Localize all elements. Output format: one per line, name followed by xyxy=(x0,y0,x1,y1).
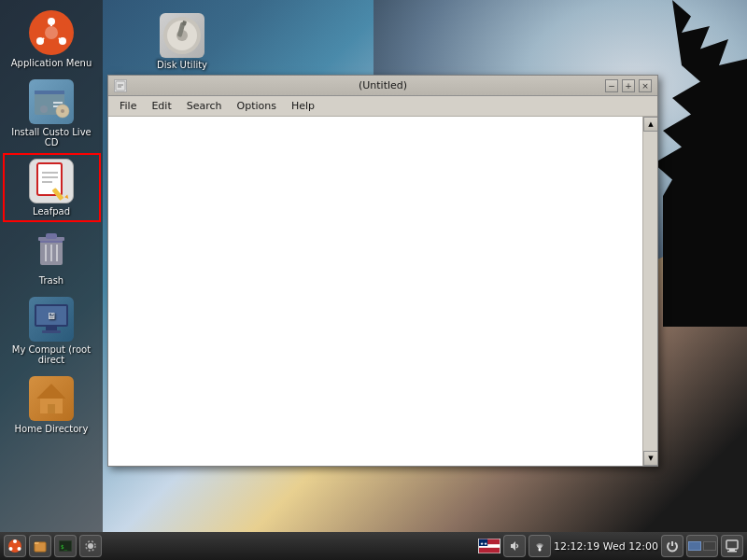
menu-file[interactable]: File xyxy=(112,96,144,116)
scroll-up-button[interactable]: ▲ xyxy=(643,117,657,132)
leafpad-img xyxy=(29,159,74,203)
taskbar-settings-button[interactable] xyxy=(79,535,102,557)
home-img xyxy=(29,376,74,421)
svg-line-7 xyxy=(59,38,60,39)
leafpad-icon[interactable]: Leafpad xyxy=(3,153,101,222)
text-editor-area[interactable] xyxy=(108,117,642,466)
my-computer-img: 🖥 xyxy=(29,297,74,342)
svg-rect-9 xyxy=(35,91,64,94)
trash-icon[interactable]: Trash xyxy=(3,222,101,291)
desktop: Application Menu Install Custo Live CD xyxy=(0,0,747,560)
svg-point-47 xyxy=(13,539,17,543)
bottom-taskbar: $_ ★★ xyxy=(0,532,747,560)
taskbar-flag-button[interactable]: ★★ xyxy=(478,539,500,553)
vertical-scrollbar: ▲ ▼ xyxy=(642,117,657,466)
svg-rect-33 xyxy=(42,330,61,333)
application-menu-icon[interactable]: Application Menu xyxy=(3,5,101,74)
maximize-button[interactable]: + xyxy=(622,79,635,92)
workspace-2[interactable] xyxy=(703,541,716,551)
window-title: (Untitled) xyxy=(359,79,407,91)
menu-help[interactable]: Help xyxy=(284,96,322,116)
scroll-down-button[interactable]: ▼ xyxy=(643,451,657,466)
svg-rect-11 xyxy=(53,102,63,104)
disk-utility-desktop-icon[interactable]: Disk Utility xyxy=(145,9,219,74)
install-live-cd-label: Install Custo Live CD xyxy=(7,127,97,147)
taskbar-ubuntu-button[interactable] xyxy=(4,535,26,557)
taskbar-network-button[interactable] xyxy=(529,535,551,557)
taskbar-terminal-button[interactable]: $_ xyxy=(54,535,77,557)
menu-search[interactable]: Search xyxy=(179,96,230,116)
ubuntu-logo-icon xyxy=(29,10,74,55)
svg-point-63 xyxy=(538,549,541,552)
application-menu-label: Application Menu xyxy=(11,58,92,68)
svg-rect-26 xyxy=(46,233,57,239)
svg-rect-16 xyxy=(37,163,62,195)
svg-rect-32 xyxy=(46,327,57,330)
svg-rect-66 xyxy=(727,551,737,553)
svg-point-48 xyxy=(9,547,13,551)
left-dock: Application Menu Install Custo Live CD xyxy=(0,0,103,532)
show-desktop-button[interactable] xyxy=(721,535,743,557)
taskbar-clock: 12:12:19 Wed 12:00 xyxy=(554,540,658,553)
svg-rect-37 xyxy=(48,404,55,413)
svg-line-6 xyxy=(43,38,44,39)
svg-marker-22 xyxy=(64,195,69,201)
svg-marker-62 xyxy=(511,541,515,551)
disk-utility-label: Disk Utility xyxy=(157,60,207,70)
svg-point-3 xyxy=(36,37,44,45)
window-menubar: File Edit Search Options Help xyxy=(108,96,657,117)
close-button[interactable]: × xyxy=(639,79,652,92)
install-live-cd-icon[interactable]: Install Custo Live CD xyxy=(3,74,101,153)
svg-point-14 xyxy=(61,109,64,113)
svg-rect-43 xyxy=(116,81,125,91)
svg-point-49 xyxy=(18,547,21,551)
taskbar-volume-button[interactable] xyxy=(503,535,526,557)
svg-rect-65 xyxy=(729,549,735,551)
svg-point-1 xyxy=(45,26,58,39)
trash-label: Trash xyxy=(39,275,63,286)
workspace-switcher[interactable] xyxy=(686,535,718,557)
taskbar-files-button[interactable] xyxy=(29,535,51,557)
svg-text:★★: ★★ xyxy=(480,541,487,546)
taskbar-power-button[interactable] xyxy=(661,535,684,557)
svg-point-10 xyxy=(40,105,48,113)
leafpad-label: Leafpad xyxy=(33,206,70,217)
window-controls: − + × xyxy=(605,79,652,92)
workspace-1[interactable] xyxy=(688,541,701,551)
my-computer-label: My Comput (root direct xyxy=(7,344,97,365)
svg-point-56 xyxy=(88,543,93,549)
home-directory-label: Home Directory xyxy=(15,424,89,434)
svg-point-2 xyxy=(48,18,55,25)
my-computer-icon[interactable]: 🖥 My Comput (root direct xyxy=(3,291,101,371)
trash-img xyxy=(29,228,74,273)
svg-rect-64 xyxy=(726,540,738,549)
menu-options[interactable]: Options xyxy=(230,96,284,116)
home-directory-icon[interactable]: Home Directory xyxy=(3,371,101,440)
window-titlebar: (Untitled) − + × xyxy=(108,76,657,96)
svg-text:$_: $_ xyxy=(61,543,68,551)
scroll-track[interactable] xyxy=(643,132,657,451)
window-title-left xyxy=(114,79,127,92)
install-cd-img xyxy=(29,79,74,124)
menu-edit[interactable]: Edit xyxy=(144,96,178,116)
svg-marker-36 xyxy=(36,384,66,399)
window-content: ▲ ▼ xyxy=(108,117,657,466)
disk-utility-img xyxy=(160,13,204,58)
leafpad-window: (Untitled) − + × File Edit Search Option… xyxy=(107,75,658,467)
window-icon xyxy=(114,79,127,92)
svg-text:🖥: 🖥 xyxy=(47,311,56,321)
minimize-button[interactable]: − xyxy=(605,79,618,92)
